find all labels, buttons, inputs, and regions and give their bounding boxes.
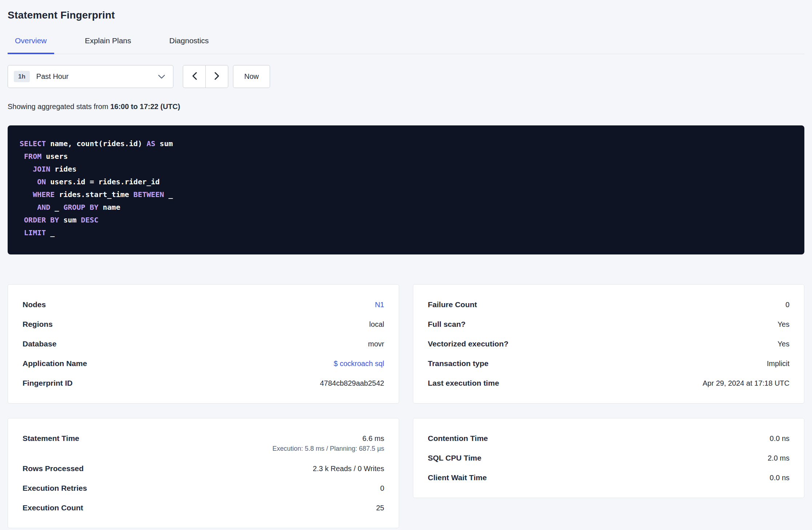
row-value: 2.0 ms bbox=[768, 454, 789, 462]
row-value: 0 bbox=[785, 300, 789, 309]
statement-time-breakdown: Execution: 5.8 ms / Planning: 687.5 µs bbox=[272, 444, 384, 453]
chevron-left-icon bbox=[192, 72, 197, 82]
card-row: Execution Count 25 bbox=[23, 498, 384, 518]
card-statement-details: Nodes N1 Regions local Database movr App… bbox=[8, 284, 399, 403]
time-toolbar: 1h Past Hour Now bbox=[8, 65, 804, 88]
tab-overview[interactable]: Overview bbox=[8, 31, 54, 54]
last-execution-time-value: Apr 29, 2024 at 17:18 UTC bbox=[703, 379, 789, 388]
card-row: Application Name $ cockroach sql bbox=[23, 354, 384, 373]
page-title: Statement Fingerprint bbox=[8, 9, 804, 21]
row-value: Implicit bbox=[767, 359, 789, 368]
card-row: Failure Count 0 bbox=[428, 295, 789, 314]
row-value: Yes bbox=[777, 340, 789, 348]
row-value: 0.0 ns bbox=[770, 473, 789, 482]
card-row: Vectorized execution? Yes bbox=[428, 334, 789, 354]
row-label: Statement Time bbox=[23, 434, 79, 443]
card-contention-time: Contention Time 0.0 ns SQL CPU Time 2.0 … bbox=[413, 418, 804, 498]
tab-explain-plans[interactable]: Explain Plans bbox=[78, 31, 138, 54]
row-label: Transaction type bbox=[428, 359, 489, 368]
aggregated-stats-range: 16:00 to 17:22 (UTC) bbox=[110, 103, 180, 111]
row-value: 0 bbox=[380, 484, 384, 493]
prev-interval-button[interactable] bbox=[183, 65, 206, 88]
next-interval-button[interactable] bbox=[205, 65, 228, 88]
row-value: Yes bbox=[777, 320, 789, 329]
card-row: Nodes N1 bbox=[23, 295, 384, 314]
aggregated-stats-text: Showing aggregated stats from 16:00 to 1… bbox=[8, 103, 804, 111]
statement-time-value-block: 6.6 ms Execution: 5.8 ms / Planning: 687… bbox=[272, 434, 384, 453]
chevron-down-icon bbox=[158, 75, 165, 79]
tab-bar: Overview Explain Plans Diagnostics bbox=[8, 31, 804, 54]
row-value: movr bbox=[368, 340, 384, 348]
row-label: Last execution time bbox=[428, 379, 499, 388]
summary-cards: Nodes N1 Regions local Database movr App… bbox=[8, 284, 804, 528]
card-row: Full scan? Yes bbox=[428, 314, 789, 334]
card-row: Client Wait Time 0.0 ns bbox=[428, 468, 789, 487]
sql-code: SELECT name, count(rides.id) AS sum FROM… bbox=[20, 137, 792, 239]
chevron-right-icon bbox=[214, 72, 220, 82]
row-label: Fingerprint ID bbox=[23, 379, 73, 388]
row-label: Vectorized execution? bbox=[428, 340, 508, 348]
card-row: Statement Time 6.6 ms Execution: 5.8 ms … bbox=[23, 429, 384, 459]
now-button[interactable]: Now bbox=[233, 65, 270, 88]
fingerprint-id-value: 4784cb829aab2542 bbox=[320, 379, 384, 388]
row-label: Contention Time bbox=[428, 434, 488, 443]
row-label: Execution Retries bbox=[23, 484, 87, 493]
card-row: Execution Retries 0 bbox=[23, 478, 384, 498]
row-label: Regions bbox=[23, 320, 53, 329]
card-row: Transaction type Implicit bbox=[428, 354, 789, 373]
row-value: 0.0 ns bbox=[770, 434, 789, 443]
row-value: local bbox=[369, 320, 384, 329]
card-row: Rows Processed 2.3 k Reads / 0 Writes bbox=[23, 459, 384, 478]
card-execution-details: Failure Count 0 Full scan? Yes Vectorize… bbox=[413, 284, 804, 403]
interval-pager bbox=[183, 65, 228, 88]
statement-fingerprint-page: Statement Fingerprint Overview Explain P… bbox=[0, 9, 812, 528]
row-label: Full scan? bbox=[428, 320, 466, 329]
row-label: Execution Count bbox=[23, 503, 83, 512]
row-value: 6.6 ms bbox=[272, 434, 384, 443]
aggregated-stats-prefix: Showing aggregated stats from bbox=[8, 103, 108, 111]
card-row: Regions local bbox=[23, 314, 384, 334]
row-label: Database bbox=[23, 340, 56, 348]
tab-diagnostics[interactable]: Diagnostics bbox=[162, 31, 216, 54]
application-name-link[interactable]: $ cockroach sql bbox=[334, 359, 384, 368]
card-row: Database movr bbox=[23, 334, 384, 354]
card-row: SQL CPU Time 2.0 ms bbox=[428, 448, 789, 468]
row-value: 2.3 k Reads / 0 Writes bbox=[313, 464, 384, 473]
interval-badge: 1h bbox=[14, 71, 30, 82]
row-label: Client Wait Time bbox=[428, 473, 487, 482]
card-row: Contention Time 0.0 ns bbox=[428, 429, 789, 448]
row-label: Failure Count bbox=[428, 300, 477, 309]
card-row: Fingerprint ID 4784cb829aab2542 bbox=[23, 373, 384, 393]
row-label: Rows Processed bbox=[23, 464, 84, 473]
sql-statement-box: SELECT name, count(rides.id) AS sum FROM… bbox=[8, 125, 804, 254]
card-statement-time: Statement Time 6.6 ms Execution: 5.8 ms … bbox=[8, 418, 399, 528]
card-row: Last execution time Apr 29, 2024 at 17:1… bbox=[428, 373, 789, 393]
row-value: 25 bbox=[376, 503, 384, 512]
nodes-link[interactable]: N1 bbox=[375, 300, 384, 309]
row-label: Nodes bbox=[23, 300, 46, 309]
interval-label: Past Hour bbox=[36, 72, 69, 81]
row-label: Application Name bbox=[23, 359, 87, 368]
time-interval-dropdown[interactable]: 1h Past Hour bbox=[8, 65, 173, 88]
row-label: SQL CPU Time bbox=[428, 454, 481, 462]
